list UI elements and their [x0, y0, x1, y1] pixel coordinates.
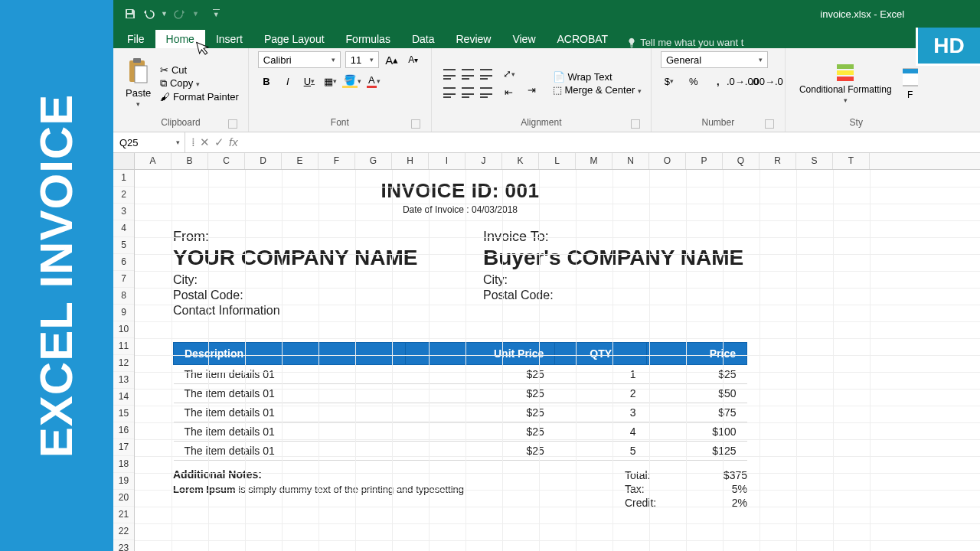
th-unitprice[interactable]: Unit Price	[405, 342, 554, 364]
col-I[interactable]: I	[429, 153, 466, 169]
row-7[interactable]: 7	[113, 271, 134, 288]
from-company[interactable]: YOUR COMPANY NAME	[173, 246, 437, 270]
invoice-date[interactable]: Date of Invoice : 04/03/2018	[173, 204, 747, 215]
row-8[interactable]: 8	[113, 288, 134, 305]
align-top-button[interactable]	[441, 66, 458, 83]
copy-button[interactable]: ⧉ Copy ▾	[160, 77, 239, 90]
paste-button[interactable]: Paste ▾	[122, 58, 154, 108]
dialog-launcher-icon[interactable]	[631, 119, 640, 129]
to-city[interactable]: City:	[483, 273, 747, 287]
col-E[interactable]: E	[282, 153, 318, 169]
increase-decimal-button[interactable]: .0→.00	[734, 73, 751, 90]
row-14[interactable]: 14	[113, 389, 134, 406]
col-H[interactable]: H	[392, 153, 429, 169]
cell-price[interactable]: $25	[646, 364, 746, 383]
qat-customize-icon[interactable]: ▼	[213, 9, 220, 18]
col-R[interactable]: R	[760, 153, 796, 169]
th-price[interactable]: Price	[646, 342, 746, 364]
from-postal[interactable]: Postal Code:	[173, 289, 437, 302]
table-row[interactable]: The item details 01$251$25	[174, 364, 747, 383]
row-10[interactable]: 10	[113, 321, 134, 338]
cell-price[interactable]: $50	[646, 383, 746, 403]
row-21[interactable]: 21	[113, 507, 134, 523]
decrease-decimal-button[interactable]: .00→.0	[759, 73, 776, 90]
items-table[interactable]: Description Unit Price QTY Price The ite…	[173, 342, 747, 461]
tab-page-layout[interactable]: Page Layout	[253, 30, 335, 48]
cell-unit[interactable]: $25	[405, 383, 554, 403]
currency-button[interactable]: $▾	[661, 73, 678, 90]
tell-me-search[interactable]: Tell me what you want t	[626, 37, 743, 48]
cell-unit[interactable]: $25	[405, 364, 554, 383]
tab-insert[interactable]: Insert	[205, 30, 253, 48]
row-22[interactable]: 22	[113, 523, 134, 540]
col-K[interactable]: K	[502, 153, 539, 169]
th-qty[interactable]: QTY	[555, 342, 647, 364]
cancel-formula-button[interactable]: ✕	[200, 135, 210, 149]
cell-qty[interactable]: 4	[555, 422, 647, 441]
number-format-select[interactable]: General▾	[661, 51, 768, 68]
row-16[interactable]: 16	[113, 422, 134, 439]
font-name-select[interactable]: Calibri▾	[258, 51, 341, 68]
row-6[interactable]: 6	[113, 254, 134, 271]
redo-icon[interactable]	[174, 8, 186, 20]
row-3[interactable]: 3	[113, 204, 134, 220]
column-headers[interactable]: ABCDEFGHIJKLMNOPQRST	[135, 153, 980, 170]
underline-button[interactable]: U▾	[301, 73, 318, 90]
col-G[interactable]: G	[355, 153, 392, 169]
row-17[interactable]: 17	[113, 439, 134, 456]
row-20[interactable]: 20	[113, 490, 134, 507]
align-middle-button[interactable]	[459, 66, 476, 83]
wrap-text-button[interactable]: 📄 Wrap Text	[553, 71, 642, 83]
spreadsheet[interactable]: ABCDEFGHIJKLMNOPQRST 1234567891011121314…	[113, 153, 980, 551]
decrease-indent-button[interactable]: ⇤	[501, 84, 518, 101]
dialog-launcher-icon[interactable]	[228, 119, 237, 129]
row-23[interactable]: 23	[113, 540, 134, 551]
align-right-button[interactable]	[478, 84, 495, 101]
format-painter-button[interactable]: 🖌 Format Painter	[160, 91, 239, 103]
borders-button[interactable]: ▦▾	[322, 73, 339, 90]
col-O[interactable]: O	[649, 153, 686, 169]
bold-button[interactable]: B	[258, 73, 275, 90]
merge-center-button[interactable]: ⬚ Merge & Center ▾	[553, 84, 642, 96]
fx-button[interactable]: fx	[229, 135, 238, 149]
from-city[interactable]: City:	[173, 273, 437, 287]
increase-indent-button[interactable]: ⇥	[524, 81, 541, 98]
tab-view[interactable]: View	[501, 30, 546, 48]
shrink-font-button[interactable]: A▾	[405, 51, 422, 68]
tab-data[interactable]: Data	[401, 30, 446, 48]
row-11[interactable]: 11	[113, 338, 134, 355]
row-2[interactable]: 2	[113, 187, 134, 204]
dialog-launcher-icon[interactable]	[765, 119, 774, 129]
col-L[interactable]: L	[539, 153, 576, 169]
italic-button[interactable]: I	[279, 73, 296, 90]
tab-formulas[interactable]: Formulas	[335, 30, 401, 48]
col-T[interactable]: T	[833, 153, 870, 169]
save-icon[interactable]	[124, 8, 136, 20]
align-bottom-button[interactable]	[478, 66, 495, 83]
format-as-table-button[interactable]: F	[903, 67, 918, 100]
cell-price[interactable]: $125	[646, 441, 746, 460]
col-J[interactable]: J	[466, 153, 502, 169]
conditional-formatting-button[interactable]: Conditional Formatting▾	[795, 62, 897, 104]
row-1[interactable]: 1	[113, 170, 134, 187]
grid-dropdown-icon[interactable]: ⁞	[191, 135, 195, 149]
row-9[interactable]: 9	[113, 305, 134, 321]
col-N[interactable]: N	[612, 153, 649, 169]
table-row[interactable]: The item details 01$255$125	[174, 441, 747, 460]
col-C[interactable]: C	[208, 153, 245, 169]
to-postal[interactable]: Postal Code:	[483, 289, 747, 302]
cell-qty[interactable]: 2	[555, 383, 647, 403]
align-center-button[interactable]	[459, 84, 476, 101]
cell-unit[interactable]: $25	[405, 422, 554, 441]
dialog-launcher-icon[interactable]	[411, 119, 420, 129]
row-15[interactable]: 15	[113, 406, 134, 422]
font-size-select[interactable]: 11▾	[345, 51, 379, 68]
table-row[interactable]: The item details 01$254$100	[174, 422, 747, 441]
col-A[interactable]: A	[135, 153, 172, 169]
name-box[interactable]: Q25▾	[115, 132, 185, 152]
cell-qty[interactable]: 1	[555, 364, 647, 383]
from-contact[interactable]: Contact Information	[173, 304, 437, 318]
undo-icon[interactable]	[142, 8, 155, 20]
redo-dropdown-icon[interactable]: ▼	[192, 10, 199, 18]
percent-button[interactable]: %	[685, 73, 702, 90]
